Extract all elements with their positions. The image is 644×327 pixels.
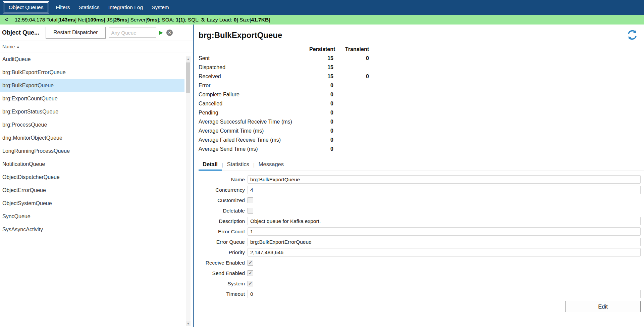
stats-persistent-value: 0 <box>309 110 333 116</box>
stats-label: Dispatched <box>199 64 309 71</box>
field-label-customized: Customized <box>199 197 248 203</box>
priority-field[interactable]: 2,147,483,646 <box>248 248 641 256</box>
customized-checkbox[interactable] <box>248 197 253 203</box>
list-scrollbar[interactable]: ▲ ▼ <box>186 56 191 326</box>
tab-detail[interactable]: Detail <box>199 159 222 171</box>
send-enabled-checkbox[interactable]: ✓ <box>248 270 253 276</box>
scroll-up-icon[interactable]: ▲ <box>186 56 191 62</box>
nav-item-integration-log[interactable]: Integration Log <box>104 3 147 12</box>
form-row-system: System✓ <box>199 279 644 288</box>
status-text: 12:59:04.178 Total[143ms] Net[109ms] JS[… <box>15 17 270 23</box>
queue-row-dng-monitorobjectqueue[interactable]: dng:MonitorObjectQueue <box>0 131 184 144</box>
queue-row-brg-bulkexportqueue[interactable]: brg:BulkExportQueue <box>0 79 184 92</box>
refresh-icon[interactable] <box>627 29 639 41</box>
stats-header-row: PersistentTransient <box>199 45 644 54</box>
status-segment: ; SQL: <box>185 17 201 22</box>
status-bar: < 12:59:04.178 Total[143ms] Net[109ms] J… <box>0 15 644 25</box>
field-label-send-enabled: Send Enabled <box>199 270 248 276</box>
receive-enabled-checkbox[interactable]: ✓ <box>248 260 253 266</box>
stats-persistent-value: 0 <box>309 83 333 89</box>
queue-row-longrunningprocessqueue[interactable]: LongRunningProcessQueue <box>0 144 184 157</box>
form-row-name: Namebrg:BulkExportQueue <box>199 175 644 184</box>
stats-row-complete-failure: Complete Failure0 <box>199 90 644 99</box>
queue-row-brg-exportcountqueue[interactable]: brg:ExportCountQueue <box>0 92 184 105</box>
queue-row-auditqueue[interactable]: AuditQueue <box>0 53 184 66</box>
stats-row-average-failed-receive-time-ms: Average Failed Receive Time (ms)0 <box>199 135 644 144</box>
queue-row-objectsystemqueue[interactable]: ObjectSystemQueue <box>0 197 184 210</box>
stats-row-average-successful-receive-time-ms: Average Successful Receive Time (ms)0 <box>199 117 644 126</box>
system-checkbox[interactable]: ✓ <box>248 281 253 286</box>
tab-messages[interactable]: Messages <box>255 159 288 171</box>
stats-row-error: Error0 <box>199 81 644 90</box>
stats-label: Average Send Time (ms) <box>199 146 309 152</box>
scroll-thumb[interactable] <box>186 62 190 93</box>
search-run-icon[interactable]: ▶ <box>159 30 163 36</box>
stats-label: Cancelled <box>199 101 309 107</box>
stats-persistent-value: 0 <box>309 137 333 143</box>
stats-row-received: Received150 <box>199 72 644 81</box>
error-queue-field[interactable]: brg:BulkExportErrorQueue <box>248 238 641 246</box>
status-segment: ] <box>269 17 270 22</box>
nav-item-statistics[interactable]: Statistics <box>74 3 104 12</box>
deletable-checkbox[interactable] <box>248 208 253 214</box>
status-segment: 3 <box>201 17 204 22</box>
nav-item-filters[interactable]: Filters <box>51 3 74 12</box>
panel-title: Object Que... <box>2 29 46 36</box>
detail-tabs: Detail|Statistics|Messages <box>199 158 644 171</box>
timeout-field[interactable]: 0 <box>248 290 641 298</box>
clear-search-icon[interactable]: × <box>166 30 173 36</box>
status-segment: 9ms <box>147 17 157 22</box>
status-segment: 143ms <box>59 17 75 22</box>
form-row-priority: Priority2,147,483,646 <box>199 248 644 256</box>
stats-row-cancelled: Cancelled0 <box>199 99 644 108</box>
scroll-down-icon[interactable]: ▼ <box>186 321 191 326</box>
stats-persistent-value: 15 <box>309 64 333 71</box>
column-header-name[interactable]: Name ▲ <box>0 41 193 52</box>
queue-row-notificationqueue[interactable]: NotificationQueue <box>0 157 184 171</box>
form-row-timeout: Timeout0 <box>199 290 644 298</box>
queue-row-brg-exportstatusqueue[interactable]: brg:ExportStatusQueue <box>0 105 184 118</box>
column-header-label: Name <box>2 44 15 49</box>
queue-list: AuditQueuebrg:BulkExportErrorQueuebrg:Bu… <box>0 53 184 327</box>
status-segment: ] Net[ <box>75 17 88 22</box>
queue-row-sysasyncactivity[interactable]: SysAsyncActivity <box>0 223 184 236</box>
concurrency-field[interactable]: 4 <box>248 186 641 194</box>
back-button[interactable]: < <box>5 16 8 23</box>
status-segment: 12:59:04.178 Total[ <box>15 17 59 22</box>
description-field[interactable]: Object queue for Kafka export. <box>248 217 641 225</box>
stats-table: PersistentTransientSent150Dispatched15Re… <box>199 45 644 153</box>
queue-title: brg:BulkExportQueue <box>199 31 644 40</box>
queue-row-syncqueue[interactable]: SyncQueue <box>0 210 184 223</box>
edit-button[interactable]: Edit <box>565 301 641 312</box>
stats-label: Average Failed Receive Time (ms) <box>199 137 309 143</box>
queue-search-input[interactable] <box>109 28 156 38</box>
sort-asc-icon: ▲ <box>16 45 19 48</box>
nav-item-object-queues[interactable]: Object Queues <box>4 2 48 12</box>
field-label-deletable: Deletable <box>199 208 248 214</box>
queue-row-objecterrorqueue[interactable]: ObjectErrorQueue <box>0 184 184 197</box>
stats-persistent-value: 15 <box>309 55 333 61</box>
stats-persistent-value: 0 <box>309 128 333 134</box>
stats-col-transient: Transient <box>333 46 369 52</box>
stats-persistent-value: 0 <box>309 119 333 125</box>
form-row-deletable: Deletable <box>199 206 644 215</box>
field-label-priority: Priority <box>199 249 248 255</box>
name-field[interactable]: brg:BulkExportQueue <box>248 175 641 184</box>
status-segment: 1(1) <box>176 17 185 22</box>
error-count-field[interactable]: 1 <box>248 227 641 236</box>
tab-statistics[interactable]: Statistics <box>223 159 253 171</box>
queue-row-brg-bulkexporterrorqueue[interactable]: brg:BulkExportErrorQueue <box>0 66 184 79</box>
queue-row-objectdispatcherqueue[interactable]: ObjectDispatcherQueue <box>0 171 184 184</box>
status-segment: ] JS[ <box>104 17 114 22</box>
top-nav: Object QueuesFiltersStatisticsIntegratio… <box>0 0 644 15</box>
restart-dispatcher-button[interactable]: Restart Dispatcher <box>46 27 106 39</box>
queue-row-brg-processqueue[interactable]: brg:ProcessQueue <box>0 118 184 131</box>
stats-transient-value: 0 <box>333 55 369 61</box>
form-row-description: DescriptionObject queue for Kafka export… <box>199 217 644 225</box>
detail-panel: brg:BulkExportQueue PersistentTransientS… <box>194 25 644 327</box>
stats-persistent-value: 0 <box>309 146 333 152</box>
field-label-error-count: Error Count <box>199 229 248 235</box>
nav-item-system[interactable]: System <box>147 3 173 12</box>
status-segment: ; Lazy Load: <box>204 17 234 22</box>
stats-label: Average Successful Receive Time (ms) <box>199 119 309 125</box>
